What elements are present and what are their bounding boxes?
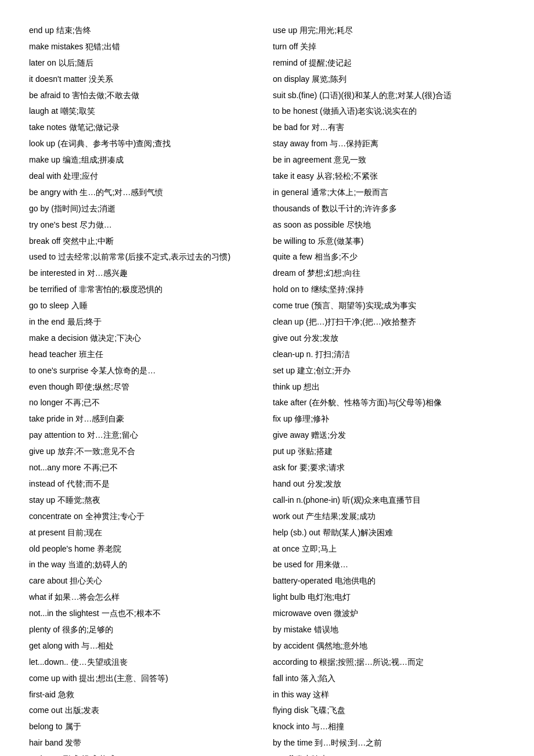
phrase-text: be afraid to	[29, 88, 70, 103]
list-item: plenty of很多的;足够的	[29, 622, 261, 638]
phrase-text: in the end	[29, 315, 65, 330]
list-item: fall into落入;陷入	[273, 671, 505, 686]
definition-text: 这样	[313, 687, 505, 703]
phrase-text: pay attention to	[29, 428, 85, 443]
list-item: in the end最后;终于	[29, 315, 261, 330]
definition-text: 做决定;下决心	[90, 331, 261, 346]
phrase-text: stay up	[29, 493, 55, 508]
definition-text: 对…感到自豪	[75, 412, 261, 427]
phrase-text: put up	[273, 444, 295, 459]
phrase-text: call-in n.(phone-in)	[273, 493, 340, 508]
phrase-text: belong to	[29, 719, 63, 735]
right-column: use up用完;用光;耗尽turn off关掉remind of提醒;使记起o…	[273, 23, 505, 756]
list-item: be willing to乐意(做某事)	[273, 234, 505, 249]
list-item: take notes做笔记;做记录	[29, 120, 261, 135]
list-item: be used for用来做…	[273, 557, 505, 573]
phrase-text: be angry with	[29, 185, 77, 200]
list-item: ask for要;要求;请求	[273, 460, 505, 476]
phrase-text: hair band	[29, 736, 63, 751]
definition-text: 生…的气;对…感到气愤	[80, 185, 261, 200]
list-item: first-aid急救	[29, 687, 261, 703]
definition-text: 尽力做…	[80, 218, 261, 233]
definition-text: (把…)打扫干净;(把…)收拾整齐	[306, 315, 505, 330]
phrase-text: come up with	[29, 671, 77, 686]
list-item: quite a few相当多;不少	[273, 250, 505, 265]
list-item: come true(预言、期望等)实现;成为事实	[273, 298, 505, 314]
phrase-text: go off	[273, 752, 293, 756]
phrase-text: at present	[29, 525, 65, 541]
phrase-text: as soon as possible	[273, 218, 344, 233]
definition-text: 赠送;分发	[311, 428, 505, 443]
phrase-text: break off	[29, 234, 60, 249]
definition-text: 微波炉	[334, 606, 505, 621]
list-item: fix up修理;修补	[273, 412, 505, 427]
list-item: old people's home养老院	[29, 542, 261, 557]
list-item: knock into与…相撞	[273, 719, 505, 735]
phrase-text: knock into	[273, 719, 309, 735]
definition-text: 用完;用光;耗尽	[300, 23, 505, 38]
phrase-text: first-aid	[29, 687, 56, 703]
list-item: no longer不再;已不	[29, 395, 261, 411]
phrase-text: at once	[273, 542, 300, 557]
list-item: call-in n.(phone-in)听(观)众来电直播节目	[273, 493, 505, 508]
definition-text: (指时间)过去;消逝	[51, 201, 261, 217]
phrase-text: take notes	[29, 120, 67, 135]
list-item: be afraid to害怕去做;不敢去做	[29, 88, 261, 103]
definition-text: 建立;创立;开办	[297, 363, 505, 379]
definition-text: 不再;已不	[84, 460, 262, 476]
phrase-text: concentrate on	[29, 509, 83, 524]
phrase-text: come true	[273, 298, 309, 314]
definition-text: (做插入语)老实说;说实在的	[320, 104, 505, 119]
definition-text: 电池供电的	[335, 574, 505, 589]
list-item: put up张贴;搭建	[273, 444, 505, 459]
list-item: hold on to继续;坚持;保持	[273, 282, 505, 297]
list-item: be interested in对…感兴趣	[29, 266, 261, 281]
definition-text: 要;要求;请求	[300, 460, 505, 476]
list-item: make a decision做决定;下决心	[29, 331, 261, 346]
definition-text: 不睡觉;熬夜	[57, 493, 261, 508]
list-item: be terrified of非常害怕的;极度恐惧的	[29, 282, 261, 297]
list-item: go by(指时间)过去;消逝	[29, 201, 261, 217]
list-item: pay attention to对…注意;留心	[29, 428, 261, 443]
definition-text: (在外貌、性格等方面)与(父母等)相像	[309, 395, 505, 411]
definition-text: 对…有害	[312, 120, 505, 135]
definition-text: 通常;大体上;一般而言	[311, 185, 506, 200]
definition-text: (预言、期望等)实现;成为事实	[311, 298, 505, 314]
definition-text: 一点也不;根本不	[102, 606, 261, 621]
phrase-text: used to	[29, 250, 56, 265]
phrase-text: even though	[29, 380, 74, 395]
phrase-text: clean up	[273, 315, 304, 330]
definition-text: 令某人惊奇的是…	[91, 363, 261, 379]
phrase-text: give away	[273, 428, 309, 443]
list-item: according to根据;按照;据…所说;视…而定	[273, 655, 505, 670]
list-item: it doesn't matter没关系	[29, 72, 261, 87]
definition-text: 很多的;足够的	[62, 622, 261, 638]
definition-text: 即使;纵然;尽管	[76, 380, 261, 395]
phrase-text: use up	[273, 23, 297, 38]
phrase-text: make up	[29, 153, 60, 168]
definition-text: 突然中止;中断	[63, 234, 261, 249]
phrase-text: flying disk	[273, 703, 308, 718]
list-item: come out出版;发表	[29, 703, 261, 718]
definition-text: 根据;按照;据…所说;视…而定	[319, 655, 505, 670]
phrase-text: work out	[273, 509, 304, 524]
phrase-text: give out	[273, 331, 301, 346]
list-item: in general通常;大体上;一般而言	[273, 185, 505, 200]
list-item: on display展览;陈列	[273, 72, 505, 87]
definition-text: 非常害怕的;极度恐惧的	[79, 282, 261, 297]
list-item: try one's best尽力做…	[29, 218, 261, 233]
list-item: thousands of数以千计的;许许多多	[273, 201, 505, 217]
list-item: stay up不睡觉;熬夜	[29, 493, 261, 508]
phrase-text: take after	[273, 395, 306, 411]
phrase-text: let...down..	[29, 655, 68, 670]
phrase-text: battery-operated	[273, 574, 333, 589]
phrase-text: make mistakes	[29, 39, 83, 55]
phrase-text: take pride in	[29, 412, 73, 427]
list-item: clean-up n.打扫;清洁	[273, 347, 505, 362]
definition-text: (口语)(很)和某人的意;对某人(很)合适	[319, 88, 505, 103]
definition-text: 分发;发放	[307, 477, 506, 492]
list-item: get along with与…相处	[29, 639, 261, 654]
definition-text: 不再;已不	[65, 395, 261, 411]
list-item: flying disk飞碟;飞盘	[273, 703, 505, 718]
list-item: be angry with生…的气;对…感到气愤	[29, 185, 261, 200]
